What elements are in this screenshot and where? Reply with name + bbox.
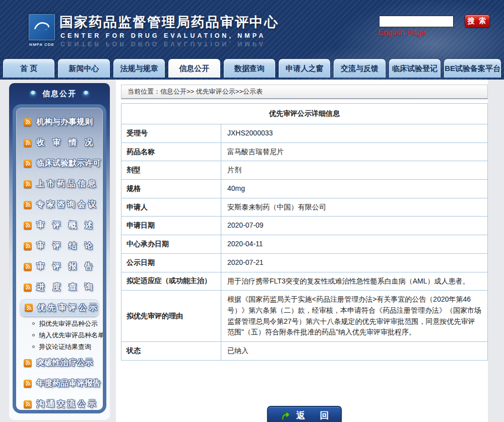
sidebar-item-expert-consultation[interactable]: 专 家 咨 询 会 议 [16,194,103,215]
table-row: 拟优先审评的理由 根据《国家药监局关于实施<药品注册管理办法>有关事宜的公告（2… [121,291,488,342]
sidebar-item-label: 审 评 结 论 [36,241,93,251]
sidebar-subitem-label: 异议论证结果查询 [39,342,91,351]
tab-applicant-window[interactable]: 申请人之窗 [279,59,330,78]
sphere-icon [30,91,36,97]
row-value: 2020-07-09 [221,217,488,235]
sidebar-item-label: 临床试验默示许可 [36,158,101,169]
table-row: 拟定适应症（或功能主治） 用于治疗携带FLT3突变的复发性或难治性急性髓系白血病… [121,272,488,291]
page-title: 优先审评公示详细信息 [121,104,488,124]
row-label: 拟优先审评的理由 [121,291,221,342]
sidebar-subitem-label: 纳入优先审评品种名单 [39,331,104,340]
cde-logo-icon [29,14,55,40]
site-title: 国家药品监督管理局药品审评中心 [59,13,279,31]
row-value: 2020-07-21 [221,253,488,272]
table-row: 受理号 JXHS2000033 [121,124,488,143]
rss-icon [24,263,32,271]
sidebar-item-label: 年度药品审评报告 [36,378,101,389]
rss-icon [24,160,32,168]
bullet-icon [32,345,35,348]
row-label: 拟定适应症（或功能主治） [121,272,221,291]
tab-data-query[interactable]: 数据查询 [224,59,275,78]
sidebar-item-priority-review-publicity[interactable]: 优 先 审 评 公 示 [20,299,99,316]
row-label: 中心承办日期 [121,235,221,254]
green-return-arrow-icon [280,410,291,421]
tab-regulations[interactable]: 法规与规章 [113,59,165,78]
sidebar-item-marketed-drug-info[interactable]: 上 市 药 品 信 息 [16,174,103,194]
button-area: 返 回 [121,398,488,422]
rss-icon [24,284,32,292]
table-row: 申请日期 2020-07-09 [121,217,488,235]
row-value: 用于治疗携带FLT3突变的复发性或难治性急性髓系白血病（AML）成人患者。 [221,272,488,291]
table-row: 公示日期 2020-07-21 [121,253,488,272]
sphere-icon [83,91,89,97]
row-label: 药品名称 [121,143,221,161]
row-label: 受理号 [121,124,221,143]
main-nav: 首 页 新闻中心 法规与规章 信息公开 数据查询 申请人之窗 交流与反馈 临床试… [3,59,501,78]
table-row: 中心承办日期 2020-04-11 [121,235,488,254]
rss-icon [24,222,32,230]
sidebar-item-label: 机构与办事规则 [36,117,93,127]
row-label: 状态 [121,341,221,360]
site-header: NMPA CDE 国家药品监督管理局药品审评中心 CENTER FOR DRUG… [0,0,504,80]
detail-table: 优先审评公示详细信息 受理号 JXHS2000033 药品名称 富马酸吉瑞替尼片… [121,103,488,361]
tab-clinical-trial-registry[interactable]: 临床试验登记 [389,59,440,78]
rss-icon [24,242,32,250]
rss-icon [25,304,33,312]
sidebar-item-communication-publicity[interactable]: 沟 通 交 流 公 示 [16,394,103,413]
sidebar-subitem-included-priority-list[interactable]: 纳入优先审评品种名单 [16,329,103,341]
tab-news[interactable]: 新闻中心 [58,59,109,78]
sidebar-subitem-objection-result-query[interactable]: 异议论证结果查询 [16,341,103,353]
row-value: 片剂 [221,161,488,180]
table-row: 状态 已纳入 [121,341,488,360]
table-row: 药品名称 富马酸吉瑞替尼片 [121,143,488,161]
row-label: 规格 [121,180,221,198]
sidebar-item-label: 进 度 查 询 [36,282,93,293]
row-label: 申请人 [121,198,221,217]
sidebar-item-label: 审 评 报 告 [36,261,93,272]
sidebar-item-acceptance-review[interactable]: 收 审 情 况 [16,132,103,153]
tab-home[interactable]: 首 页 [3,59,54,78]
sidebar-item-label: 收 审 情 况 [36,137,93,148]
cde-logo[interactable]: NMPA CDE [27,14,56,47]
english-page-link[interactable]: English Page [378,28,425,37]
sidebar-item-review-overview[interactable]: 审 评 概 述 [16,215,103,236]
back-button[interactable]: 返 回 [267,406,342,422]
rss-icon [24,201,32,209]
sidebar-item-label: 沟 通 交 流 公 示 [36,399,96,409]
site-subtitle: CENTER FOR DRUG EVALUATION, NMPA [60,32,266,39]
sidebar-item-review-conclusion[interactable]: 审 评 结 论 [16,236,103,256]
sidebar-item-label: 优 先 审 评 公 示 [37,303,97,313]
sidebar-item-breakthrough-therapy[interactable]: 突破性治疗公示 [16,353,103,373]
sidebar-item-label: 上 市 药 品 信 息 [36,179,96,189]
sidebar-panel: 机构与办事规则 收 审 情 况 临床试验默示许可 上 市 药 品 信 息 专 家… [13,104,106,413]
table-title-row: 优先审评公示详细信息 [121,104,488,124]
sidebar-item-label: 审 评 概 述 [36,220,93,231]
tab-info-disclosure[interactable]: 信息公开 [168,59,220,78]
breadcrumb: 当前位置：信息公开>> 优先审评公示>>公示表 [121,85,488,99]
tab-feedback[interactable]: 交流与反馈 [334,59,385,78]
row-value: 安斯泰来制药（中国）有限公司 [221,198,488,217]
tab-be-platform[interactable]: BE试验备案平台 [444,59,501,78]
row-value: 富马酸吉瑞替尼片 [221,143,488,161]
rss-icon [24,400,32,408]
sidebar: 信息公开 机构与办事规则 收 审 情 况 临床试验默示许可 [9,83,110,420]
sidebar-item-review-report[interactable]: 审 评 报 告 [16,256,103,277]
sidebar-item-label: 突破性治疗公示 [36,358,93,368]
row-label: 申请日期 [121,217,221,235]
sidebar-item-annual-report[interactable]: 年度药品审评报告 [16,373,103,394]
search-button[interactable]: 搜 索 [465,15,490,28]
sidebar-item-clinical-implied-license[interactable]: 临床试验默示许可 [16,153,103,174]
sidebar-item-org-rules[interactable]: 机构与办事规则 [16,112,103,132]
sidebar-item-progress-query[interactable]: 进 度 查 询 [16,277,103,298]
sidebar-menu: 机构与办事规则 收 审 情 况 临床试验默示许可 上 市 药 品 信 息 专 家… [16,108,103,413]
bullet-icon [32,322,35,325]
row-value: 40mg [221,180,488,198]
row-value: 已纳入 [221,341,488,360]
sidebar-subitem-proposed-priority-list[interactable]: 拟优先审评品种公示 [16,318,103,329]
sidebar-subitem-label: 拟优先审评品种公示 [39,319,98,328]
bullet-icon [32,334,35,336]
table-row: 规格 40mg [121,180,488,198]
row-value: 2020-04-11 [221,235,488,254]
search-input[interactable] [379,16,454,27]
rss-icon [24,118,32,126]
